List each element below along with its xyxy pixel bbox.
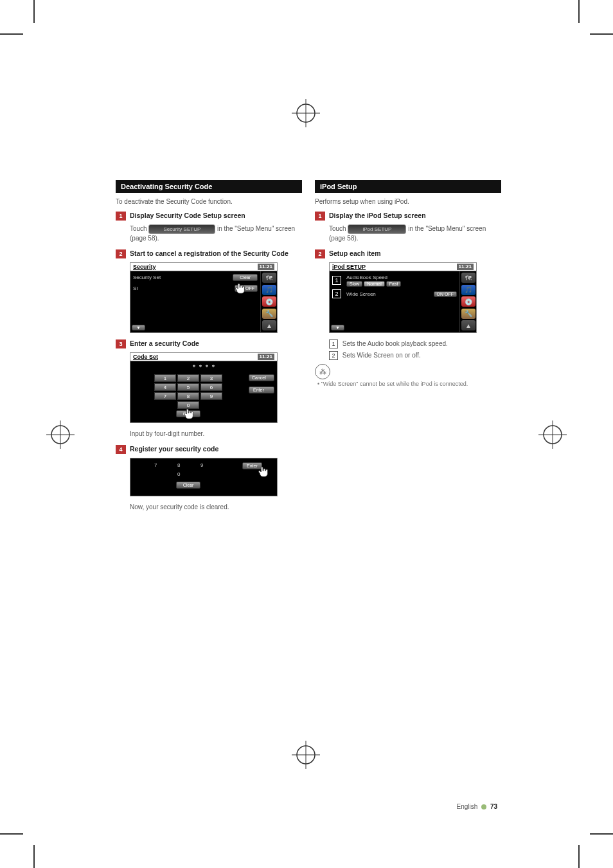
- clear-button[interactable]: Clear: [233, 274, 258, 281]
- code-set-screenshot: Code Set 11:21 ＊＊＊＊ 1 2 3 4 5 6 7 8 9: [130, 352, 278, 423]
- screenshot-time: 11:21: [258, 354, 274, 360]
- ipod-setup-chip: iPod SETUP: [348, 224, 406, 234]
- right-column: iPod Setup Performs setup when using iPo…: [315, 180, 501, 518]
- tool-icon[interactable]: 🔧: [262, 309, 276, 319]
- dot-icon: [481, 804, 486, 809]
- music-icon[interactable]: 🎵: [461, 285, 475, 295]
- callout-desc: Sets Wide Screen on or off.: [342, 352, 421, 359]
- note-text: • "Wide Screen" cannot be set while the …: [317, 381, 501, 387]
- step-title: Register your security code: [130, 445, 218, 454]
- registration-mark-icon: [538, 420, 567, 449]
- security-screenshot: Security 11:21 Security Set Clear SI ON …: [130, 262, 278, 333]
- audiobook-speed-label: AudioBook Speed: [346, 274, 457, 281]
- up-icon[interactable]: ▲: [461, 320, 475, 330]
- step-text: Touch: [130, 225, 148, 232]
- callout-text: 2 Sets Wide Screen on or off.: [329, 351, 501, 360]
- key-6[interactable]: 6: [200, 383, 222, 391]
- key-8[interactable]: 8: [177, 462, 199, 470]
- clear-button[interactable]: Clear: [176, 410, 201, 417]
- step-1: 1 Display Security Code Setup screen: [116, 212, 302, 221]
- callout-number: 2: [329, 351, 338, 360]
- crop-mark: [590, 33, 613, 35]
- down-button[interactable]: ▼: [331, 325, 344, 330]
- speed-fast[interactable]: Fast: [386, 281, 402, 287]
- cancel-button[interactable]: Cancel: [249, 374, 274, 381]
- key-1[interactable]: 1: [154, 374, 176, 382]
- numeric-keypad: 1 2 3 4 5 6 7 8 9 0: [154, 374, 222, 409]
- crop-mark: [578, 0, 580, 23]
- security-setup-chip: Security SETUP: [148, 224, 215, 234]
- step-number: 3: [116, 339, 126, 348]
- key-8[interactable]: 8: [177, 392, 199, 400]
- key-7[interactable]: 7: [154, 462, 176, 470]
- callout-number: 1: [329, 339, 338, 348]
- step-1: 1 Display the iPod Setup screen: [315, 212, 501, 221]
- map-icon[interactable]: 🗺: [262, 273, 276, 283]
- down-button[interactable]: ▼: [132, 325, 145, 330]
- key-2[interactable]: 2: [177, 374, 199, 382]
- map-icon[interactable]: 🗺: [461, 273, 475, 283]
- tool-icon[interactable]: 🔧: [461, 309, 475, 319]
- step-2: 2 Start to cancel a registration of the …: [116, 249, 302, 258]
- registration-mark-icon: [292, 99, 320, 127]
- wide-screen-label: Wide Screen: [346, 291, 376, 298]
- step-after-text: Now, your security code is cleared.: [130, 503, 302, 512]
- step-title: Enter a security Code: [130, 339, 199, 348]
- security-set-label: Security Set: [133, 274, 161, 281]
- register-code-screenshot: 7 8 9 0 Clear Enter: [130, 458, 278, 496]
- key-4[interactable]: 4: [154, 383, 176, 391]
- crop-mark: [0, 33, 23, 35]
- step-after-text: Input by four-digit number.: [130, 429, 302, 439]
- section-intro: Performs setup when using iPod.: [315, 198, 501, 205]
- crop-mark: [578, 845, 580, 868]
- step-text: Touch: [329, 225, 348, 232]
- wide-screen-toggle[interactable]: ON OFF: [434, 291, 457, 297]
- step-number: 1: [315, 212, 325, 221]
- section-header-ipod: iPod Setup: [315, 180, 501, 193]
- step-body: Touch iPod SETUP in the "Setup Menu" scr…: [329, 224, 501, 243]
- speed-normal[interactable]: Normal: [364, 281, 385, 287]
- screenshot-time: 11:21: [457, 264, 474, 270]
- crop-mark: [33, 0, 35, 23]
- disc-icon[interactable]: 💿: [461, 296, 475, 307]
- step-number: 4: [116, 445, 126, 454]
- disc-icon[interactable]: 💿: [262, 296, 276, 307]
- registration-mark-icon: [292, 741, 320, 769]
- key-0[interactable]: 0: [177, 401, 199, 409]
- key-3[interactable]: 3: [200, 374, 222, 382]
- step-4: 4 Register your security code: [116, 445, 302, 454]
- page-number: 73: [490, 803, 497, 810]
- enter-button[interactable]: Enter: [242, 462, 262, 469]
- on-off-toggle[interactable]: ON OFF: [235, 285, 258, 292]
- left-column: Deactivating Security Code To deactivate…: [116, 180, 302, 518]
- screenshot-title: Security: [133, 264, 156, 270]
- music-icon[interactable]: 🎵: [262, 285, 276, 295]
- key-0[interactable]: 0: [177, 471, 199, 479]
- key-5[interactable]: 5: [177, 383, 199, 391]
- crop-mark: [590, 833, 613, 835]
- section-header-deactivate: Deactivating Security Code: [116, 180, 302, 193]
- footer-language: English: [457, 803, 478, 810]
- clear-button[interactable]: Clear: [176, 482, 201, 489]
- step-number: 2: [116, 249, 126, 258]
- key-9[interactable]: 9: [200, 462, 222, 470]
- screenshot-title: Code Set: [133, 354, 158, 360]
- up-icon[interactable]: ▲: [262, 320, 276, 330]
- step-number: 2: [315, 249, 325, 258]
- step-title: Display Security Code Setup screen: [130, 212, 245, 221]
- step-number: 1: [116, 212, 126, 221]
- code-stars: ＊＊＊＊: [130, 361, 277, 372]
- callout-text: 1 Sets the Audio book playback speed.: [329, 339, 501, 348]
- key-9[interactable]: 9: [200, 392, 222, 400]
- enter-button[interactable]: Enter: [249, 386, 274, 393]
- step-title: Start to cancel a registration of the Se…: [130, 249, 289, 258]
- step-title: Setup each item: [329, 249, 381, 258]
- registration-mark-icon: [46, 420, 75, 449]
- speed-slow[interactable]: Slow: [346, 281, 362, 287]
- key-7[interactable]: 7: [154, 392, 176, 400]
- screenshot-time: 11:21: [258, 264, 274, 270]
- screenshot-title: iPod SETUP: [332, 264, 366, 270]
- section-intro: To deactivate the Security Code function…: [116, 198, 302, 205]
- note-icon: ⁂: [315, 364, 330, 379]
- crop-mark: [33, 845, 35, 868]
